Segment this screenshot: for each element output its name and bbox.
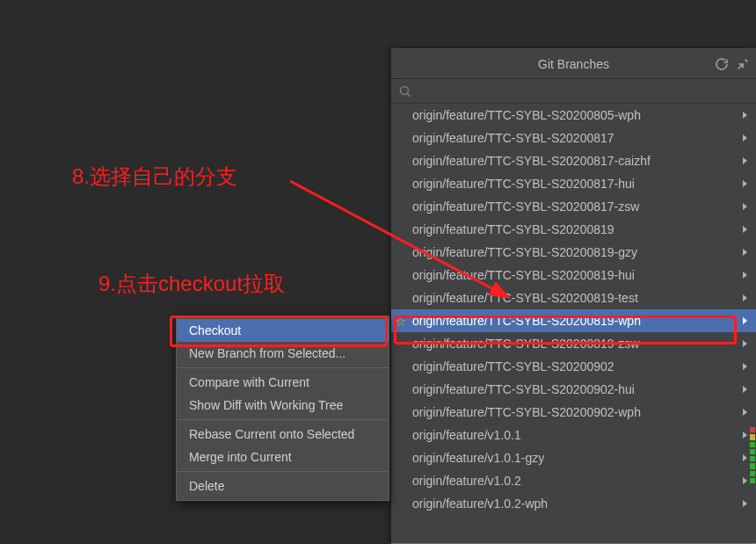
branch-label: origin/feature/v1.0.2 <box>412 474 521 488</box>
branch-item[interactable]: origin/feature/TTC-SYBL-S20200902-wph <box>391 401 756 424</box>
branch-label: origin/feature/TTC-SYBL-S20200902-wph <box>412 405 641 419</box>
branch-label: origin/feature/TTC-SYBL-S20200819-gzy <box>412 245 637 259</box>
chevron-right-icon <box>743 477 747 484</box>
chevron-right-icon <box>743 203 747 210</box>
branch-item[interactable]: origin/feature/TTC-SYBL-S20200902-hui <box>391 378 756 401</box>
branch-label: origin/feature/TTC-SYBL-S20200902-hui <box>412 382 635 396</box>
branch-item[interactable]: origin/feature/TTC-SYBL-S20200817 <box>391 127 756 149</box>
context-menu-item[interactable]: Show Diff with Working Tree <box>177 394 389 417</box>
branch-context-menu: CheckoutNew Branch from Selected...Compa… <box>176 316 389 501</box>
chevron-right-icon <box>743 249 747 256</box>
branch-item[interactable]: origin/feature/TTC-SYBL-S20200819-hui <box>391 264 756 287</box>
branch-label: origin/feature/TTC-SYBL-S20200819 <box>412 222 614 236</box>
branch-label: origin/feature/TTC-SYBL-S20200819-zsw <box>412 337 639 351</box>
branch-label: origin/feature/v1.0.2-wph <box>412 497 548 511</box>
chevron-right-icon <box>743 112 747 119</box>
chevron-right-icon <box>743 363 747 370</box>
context-menu-item[interactable]: Checkout <box>177 319 389 342</box>
chevron-right-icon <box>743 294 747 301</box>
branch-item[interactable]: origin/feature/v1.0.2-wph <box>391 492 756 515</box>
chevron-right-icon <box>743 500 747 507</box>
branch-item[interactable]: origin/feature/TTC-SYBL-S20200819-zsw <box>391 332 756 355</box>
branch-label: origin/feature/TTC-SYBL-S20200817-hui <box>412 177 635 191</box>
branch-label: origin/feature/TTC-SYBL-S20200902 <box>412 359 614 374</box>
chevron-right-icon <box>743 340 747 347</box>
chevron-right-icon <box>743 180 747 187</box>
chevron-right-icon <box>743 134 747 141</box>
annotation-step9: 9.点击checkout拉取 <box>98 270 285 298</box>
context-menu-item[interactable]: New Branch from Selected... <box>177 342 389 365</box>
branch-item[interactable]: ☆origin/feature/TTC-SYBL-S20200819-wph <box>391 309 756 332</box>
menu-separator <box>177 367 389 368</box>
search-row <box>391 79 756 104</box>
branch-label: origin/feature/v1.0.1 <box>412 428 521 442</box>
chevron-right-icon <box>743 317 747 324</box>
branch-item[interactable]: origin/feature/TTC-SYBL-S20200819 <box>391 218 756 241</box>
meter-bar <box>750 427 755 432</box>
search-icon <box>398 84 412 98</box>
branch-item[interactable]: origin/feature/TTC-SYBL-S20200902 <box>391 355 756 378</box>
popup-header: Git Branches <box>391 49 756 79</box>
chevron-right-icon <box>743 226 747 233</box>
branch-label: origin/feature/TTC-SYBL-S20200819-hui <box>412 268 635 282</box>
chevron-right-icon <box>743 432 747 439</box>
meter-bar <box>750 463 755 468</box>
meter-bar <box>750 478 755 483</box>
chevron-right-icon <box>743 386 747 393</box>
branch-label: origin/feature/TTC-SYBL-S20200817-zsw <box>412 199 639 214</box>
git-branches-popup: Git Branches origin/feature/TTC-SYBL-S20… <box>391 48 756 543</box>
meter-bar <box>750 449 755 454</box>
meter-bar <box>750 442 755 447</box>
branch-label: origin/feature/v1.0.1-gzy <box>412 451 544 465</box>
context-menu-item[interactable]: Delete <box>177 475 389 497</box>
search-input[interactable] <box>418 84 749 98</box>
chevron-right-icon <box>743 272 747 279</box>
branch-item[interactable]: origin/feature/TTC-SYBL-S20200817-zsw <box>391 195 756 218</box>
branch-label: origin/feature/TTC-SYBL-S20200817-caizhf <box>412 154 651 168</box>
chevron-right-icon <box>743 454 747 461</box>
branch-label: origin/feature/TTC-SYBL-S20200819-test <box>412 291 638 305</box>
annotation-step8: 8.选择自己的分支 <box>72 163 237 191</box>
popup-title: Git Branches <box>391 57 756 71</box>
meter-bar <box>750 471 755 476</box>
context-menu-item[interactable]: Rebase Current onto Selected <box>177 423 389 446</box>
branch-item[interactable]: origin/feature/TTC-SYBL-S20200817-hui <box>391 172 756 195</box>
branch-label: origin/feature/TTC-SYBL-S20200817 <box>412 131 614 145</box>
menu-separator <box>177 419 389 420</box>
branch-item[interactable]: origin/feature/TTC-SYBL-S20200819-test <box>391 287 756 309</box>
branch-list: origin/feature/TTC-SYBL-S20200805-wphori… <box>391 104 756 543</box>
branch-item[interactable]: origin/feature/TTC-SYBL-S20200817-caizhf <box>391 149 756 172</box>
branch-item[interactable]: origin/feature/v1.0.2 <box>391 469 756 492</box>
branch-item[interactable]: origin/feature/TTC-SYBL-S20200819-gzy <box>391 241 756 264</box>
meter-bar <box>750 434 755 439</box>
indicator-meter <box>749 425 756 485</box>
meter-bar <box>750 456 755 461</box>
context-menu-item[interactable]: Compare with Current <box>177 371 389 394</box>
star-icon: ☆ <box>395 315 406 328</box>
menu-separator <box>177 471 389 472</box>
svg-line-1 <box>408 93 411 97</box>
context-menu-item[interactable]: Merge into Current <box>177 446 389 468</box>
branch-item[interactable]: origin/feature/TTC-SYBL-S20200805-wph <box>391 104 756 127</box>
chevron-right-icon <box>743 157 747 164</box>
branch-label: origin/feature/TTC-SYBL-S20200819-wph <box>412 314 641 328</box>
refresh-icon[interactable] <box>714 56 730 72</box>
collapse-icon[interactable] <box>735 56 751 72</box>
branch-label: origin/feature/TTC-SYBL-S20200805-wph <box>412 108 641 122</box>
branch-item[interactable]: origin/feature/v1.0.1-gzy <box>391 446 756 469</box>
svg-point-0 <box>401 86 409 94</box>
branch-item[interactable]: origin/feature/v1.0.1 <box>391 424 756 446</box>
header-icons <box>714 49 751 79</box>
chevron-right-icon <box>743 409 747 416</box>
